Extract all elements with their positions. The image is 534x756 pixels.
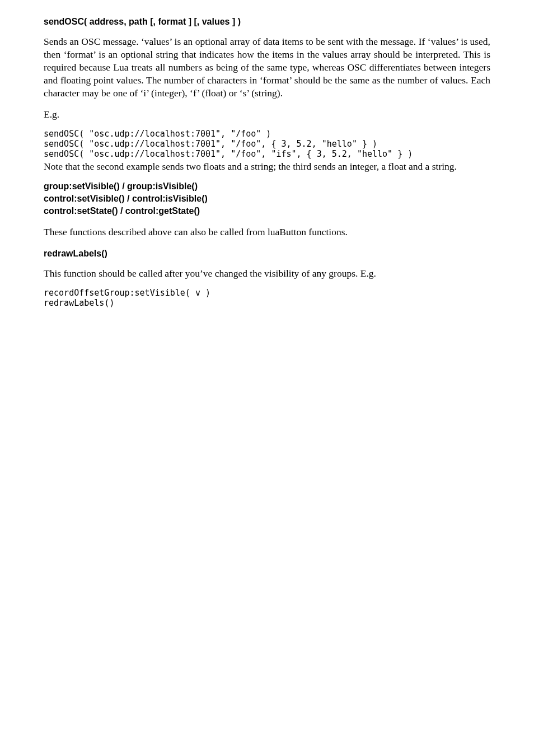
heading-control-setvisible: control:setVisible() / control:isVisible… — [44, 193, 490, 204]
heading-group-setvisible: group:setVisible() / group:isVisible() — [44, 181, 490, 192]
code-block-sendosc: sendOSC( "osc.udp://localhost:7001", "/f… — [44, 129, 490, 159]
heading-redrawlabels: redrawLabels() — [44, 248, 490, 259]
paragraph-group-desc: These functions described above can also… — [44, 226, 490, 239]
paragraph-eg-label: E.g. — [44, 108, 490, 121]
paragraph-redraw-desc: This function should be called after you… — [44, 267, 490, 280]
code-block-redraw: recordOffsetGroup:setVisible( v ) redraw… — [44, 288, 490, 308]
paragraph-sendosc-desc: Sends an OSC message. ‘values’ is an opt… — [44, 35, 490, 100]
heading-sendosc: sendOSC( address, path [, format ] [, va… — [44, 16, 490, 27]
heading-control-setstate: control:setState() / control:getState() — [44, 206, 490, 217]
paragraph-sendosc-note: Note that the second example sends two f… — [44, 160, 490, 173]
